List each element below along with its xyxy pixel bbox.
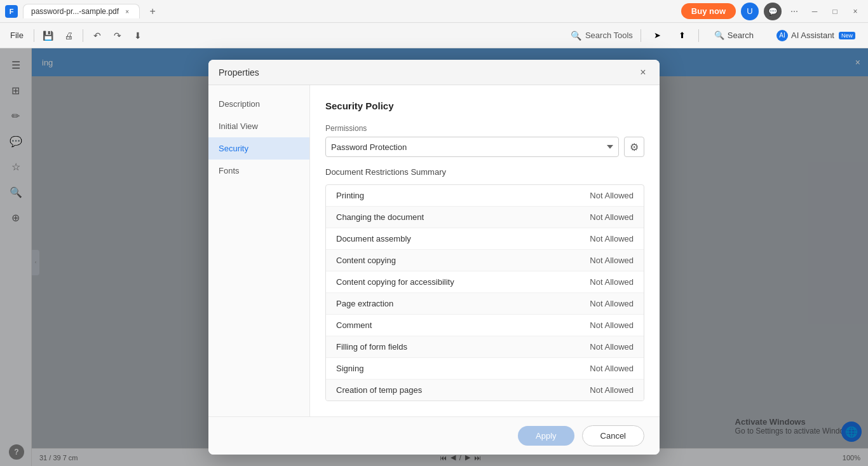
titlebar-right: Buy now U 💬 ⋯ ─ □ × (681, 3, 863, 20)
dialog-body: Description Initial View Security Fonts … (208, 85, 660, 416)
save-button[interactable]: 💾 (39, 27, 57, 45)
chat-icon[interactable]: 💬 (764, 3, 782, 20)
restrictions-table: Printing Not Allowed Changing the docume… (325, 184, 644, 401)
restriction-name-signing: Signing (336, 364, 363, 373)
titlebar: F password-pr...-sample.pdf × + Buy now … (0, 0, 868, 23)
search-tools-separator (641, 29, 641, 42)
restriction-name-copying: Content copying (336, 256, 396, 265)
restriction-name-temp: Creation of temp pages (336, 385, 422, 395)
user-avatar[interactable]: U (741, 3, 759, 20)
search-tools-icon: 🔍 (571, 31, 581, 41)
app-icon: F (5, 5, 18, 18)
restriction-content-copying: Content copying Not Allowed (326, 250, 644, 271)
search-tools-label: 🔍 Search Tools (571, 31, 633, 41)
restriction-printing: Printing Not Allowed (326, 185, 644, 207)
search-tools-title: Search Tools (585, 31, 633, 40)
restriction-name-comment: Comment (336, 320, 372, 330)
toolbar-separator-2 (83, 29, 83, 42)
download-button[interactable]: ⬇ (129, 27, 147, 45)
window-close-button[interactable]: × (848, 4, 863, 19)
properties-dialog: Properties × Description Initial View Se… (208, 60, 660, 455)
restriction-status-form: Not Allowed (590, 342, 634, 352)
dialog-titlebar: Properties × (208, 60, 660, 85)
tab-filename: password-pr...-sample.pdf (31, 7, 119, 16)
nav-fonts[interactable]: Fonts (208, 160, 309, 182)
upload-icon-btn[interactable]: ⬆ (674, 28, 691, 43)
restriction-status-comment: Not Allowed (590, 320, 634, 330)
toolbar-separator-1 (34, 29, 34, 42)
ai-icon: AI (776, 30, 788, 41)
toolbar-separator-3 (698, 29, 699, 42)
restriction-name-extraction: Page extraction (336, 299, 393, 308)
more-options-button[interactable]: ⋯ (787, 4, 802, 19)
restriction-comment: Comment Not Allowed (326, 315, 644, 336)
cancel-button[interactable]: Cancel (582, 425, 644, 446)
restriction-page-extraction: Page extraction Not Allowed (326, 293, 644, 315)
search-tools-container: 🔍 Search Tools ➤ ⬆ 🔍 Search AI AI Assist… (571, 27, 863, 45)
tab-close-button[interactable]: × (123, 7, 132, 16)
restriction-status-temp: Not Allowed (590, 385, 634, 395)
apply-button[interactable]: Apply (518, 426, 574, 446)
permissions-select[interactable]: Password Protection No Restrictions Cert… (325, 137, 619, 157)
buy-now-button[interactable]: Buy now (681, 3, 736, 19)
search-action-button[interactable]: 🔍 Search (707, 27, 761, 43)
ai-assistant-button[interactable]: AI AI Assistant New (769, 27, 863, 45)
search-label: Search (728, 31, 754, 40)
dialog-close-button[interactable]: × (637, 66, 649, 79)
restriction-signing: Signing Not Allowed (326, 358, 644, 380)
restriction-status-copying: Not Allowed (590, 256, 634, 265)
nav-description[interactable]: Description (208, 93, 309, 115)
titlebar-left: F password-pr...-sample.pdf × + (5, 4, 160, 19)
dialog-title: Properties (219, 67, 259, 78)
dialog-overlay: Properties × Description Initial View Se… (0, 48, 868, 466)
current-tab[interactable]: password-pr...-sample.pdf × (23, 4, 140, 18)
restore-button[interactable]: □ (827, 4, 843, 19)
new-tab-button[interactable]: + (145, 4, 160, 19)
file-menu[interactable]: File (5, 28, 29, 43)
minimize-button[interactable]: ─ (807, 4, 822, 19)
search-icon: 🔍 (714, 31, 724, 40)
restriction-name-form: Filling of form fields (336, 342, 407, 352)
restriction-status-signing: Not Allowed (590, 364, 634, 373)
ai-new-badge: New (839, 32, 855, 39)
dialog-footer: Apply Cancel (208, 416, 660, 455)
dialog-content: Security Policy Permissions Password Pro… (310, 85, 660, 416)
restriction-changing-doc: Changing the document Not Allowed (326, 207, 644, 228)
undo-button[interactable]: ↶ (88, 27, 106, 45)
restriction-temp-pages: Creation of temp pages Not Allowed (326, 380, 644, 401)
restriction-status-assembly: Not Allowed (590, 234, 634, 243)
restriction-form-fields: Filling of form fields Not Allowed (326, 336, 644, 358)
restriction-content-accessibility: Content copying for accessibility Not Al… (326, 271, 644, 293)
redo-button[interactable]: ↷ (109, 27, 126, 45)
gear-button[interactable]: ⚙ (624, 137, 644, 157)
print-button[interactable]: 🖨 (60, 27, 78, 45)
main-layout: ☰ ⊞ ✏ 💬 ☆ 🔍 ⊕ ? ing × ‹ Discount $00.00 (0, 48, 868, 466)
permissions-row: Password Protection No Restrictions Cert… (325, 137, 644, 157)
restriction-name-printing: Printing (336, 191, 364, 200)
dialog-sidebar: Description Initial View Security Fonts (208, 85, 310, 416)
restriction-status-changing: Not Allowed (590, 212, 634, 222)
nav-initial-view[interactable]: Initial View (208, 115, 309, 137)
restriction-status-extraction: Not Allowed (590, 299, 634, 308)
send-icon-btn[interactable]: ➤ (649, 28, 666, 43)
restriction-doc-assembly: Document assembly Not Allowed (326, 228, 644, 250)
restriction-name-changing: Changing the document (336, 212, 424, 222)
ai-assistant-label: AI Assistant (791, 31, 834, 40)
restriction-name-accessibility: Content copying for accessibility (336, 277, 454, 287)
restriction-status-printing: Not Allowed (590, 191, 634, 200)
permissions-label: Permissions (325, 124, 644, 133)
restriction-name-assembly: Document assembly (336, 234, 411, 243)
restriction-status-accessibility: Not Allowed (590, 277, 634, 287)
toolbar: File 💾 🖨 ↶ ↷ ⬇ 🔍 Search Tools ➤ ⬆ 🔍 Sear… (0, 23, 868, 48)
section-title: Security Policy (325, 100, 644, 111)
restrictions-title: Document Restrictions Summary (325, 167, 644, 177)
nav-security[interactable]: Security (208, 137, 309, 160)
